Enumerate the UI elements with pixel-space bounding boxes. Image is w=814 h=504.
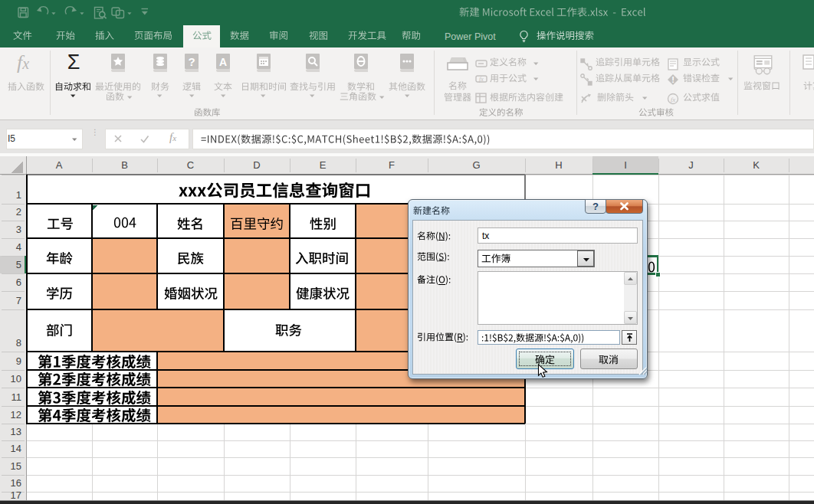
svg-text:fx: fx <box>671 96 676 103</box>
svg-text:?: ? <box>188 55 195 68</box>
svg-text:fx: fx <box>479 76 484 83</box>
svg-text:A: A <box>219 56 227 68</box>
svg-text:!: ! <box>671 75 675 84</box>
